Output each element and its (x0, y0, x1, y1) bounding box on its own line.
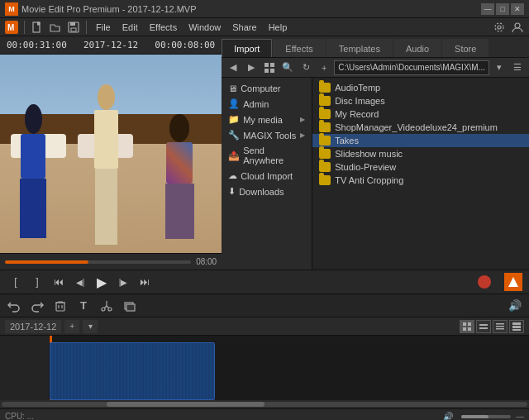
edit-toolbar: T 🔊 (0, 294, 529, 317)
tree-item-downloads[interactable]: ⬇ Downloads (222, 184, 312, 199)
record-button[interactable] (478, 275, 491, 289)
svg-rect-12 (270, 69, 274, 73)
menu-sep-2 (86, 21, 87, 34)
tools-icon: 🔧 (228, 130, 240, 141)
progress-fill (5, 260, 88, 264)
tab-import[interactable]: Import (222, 39, 272, 57)
btn-mark-in[interactable]: [ (7, 273, 25, 291)
btn-go-start[interactable]: ⏮ (50, 273, 68, 291)
path-dropdown[interactable]: ▾ (491, 60, 508, 75)
maximize-button[interactable]: □ (496, 3, 509, 15)
menu-file[interactable]: File (91, 19, 116, 36)
svg-rect-34 (512, 322, 521, 325)
file-item[interactable]: Studio-Preview (312, 160, 529, 174)
menu-effects[interactable]: Effects (145, 19, 182, 36)
title-bar-left: M Movie Edit Pro Premium - 2017-12-12.MV… (5, 2, 197, 16)
file-item[interactable]: AudioTemp (312, 81, 529, 94)
volume-slider[interactable] (461, 415, 511, 418)
menu-help[interactable]: Help (264, 19, 293, 36)
timeline-scrollbar[interactable] (0, 400, 529, 408)
svg-text:M: M (7, 23, 14, 32)
redo-button[interactable] (28, 297, 46, 315)
timecode-date: 2017-12-12 (83, 40, 138, 50)
media-icon: 📁 (228, 114, 240, 125)
view-compact-button[interactable] (509, 320, 524, 333)
save-icon[interactable] (65, 19, 82, 36)
view-list-button[interactable] (493, 320, 508, 333)
file-item[interactable]: ShopManager_Videodeluxe24_premium (312, 121, 529, 134)
svg-rect-35 (512, 326, 521, 328)
close-button[interactable]: ✕ (511, 3, 524, 15)
svg-rect-31 (496, 323, 504, 325)
send-icon: 📤 (228, 150, 240, 161)
btn-mark-out[interactable]: ] (28, 273, 46, 291)
minimize-button[interactable]: — (481, 3, 494, 15)
folder-icon (319, 149, 331, 159)
view-timeline-button[interactable] (476, 320, 491, 333)
cloud-icon: ☁ (228, 170, 237, 181)
menu-window[interactable]: Window (183, 19, 226, 36)
back-button[interactable]: ◀ (225, 60, 241, 75)
file-list: AudioTemp Disc Images My Record ShopMana… (312, 78, 529, 270)
account-icon[interactable] (509, 19, 526, 36)
file-item[interactable]: TV Anti Cropping (312, 174, 529, 187)
tab-store[interactable]: Store (442, 39, 488, 57)
search-button[interactable]: 🔍 (279, 60, 296, 75)
btn-prev-frame[interactable]: ◀| (71, 273, 89, 291)
tree-item-sendanywhere[interactable]: 📤 Send Anywhere (222, 143, 312, 168)
audio-button[interactable]: 🔊 (506, 297, 524, 315)
btn-play[interactable]: ▶ (93, 273, 111, 291)
file-item[interactable]: My Record (312, 107, 529, 121)
menu-button[interactable]: ☰ (509, 60, 526, 75)
tab-effects[interactable]: Effects (273, 39, 325, 57)
path-box[interactable]: C:\Users\Admin\Documents\MAGIX\M... (334, 60, 489, 75)
timecode-bar: 00:00:31:00 2017-12-12 00:00:08:00 (0, 36, 222, 55)
tree-item-mymedia[interactable]: 📁 My media (222, 112, 312, 127)
move-button[interactable] (121, 297, 139, 315)
tab-templates[interactable]: Templates (326, 39, 393, 57)
title-text: Movie Edit Pro Premium - 2017-12-12.MVP (21, 4, 197, 14)
cut-button[interactable] (98, 297, 116, 315)
progress-track[interactable] (5, 260, 191, 264)
svg-line-21 (107, 306, 109, 308)
btn-go-end[interactable]: ⏭ (136, 273, 154, 291)
tree-item-computer[interactable]: 🖥 Computer (222, 81, 312, 96)
timeline-area: 2017-12-12 + ▾ (0, 317, 529, 408)
file-item-selected[interactable]: Takes (312, 134, 529, 147)
track-clip[interactable] (50, 342, 215, 400)
track-content[interactable] (50, 336, 529, 400)
menu-edit[interactable]: Edit (117, 19, 143, 36)
open-icon[interactable] (47, 19, 64, 36)
track-clip-inner (50, 343, 214, 399)
file-item[interactable]: Slideshow music (312, 147, 529, 160)
timeline-dropdown-button[interactable]: ▾ (83, 320, 98, 333)
svg-rect-36 (512, 329, 521, 331)
add-folder-button[interactable]: + (316, 60, 332, 75)
new-icon[interactable] (29, 19, 45, 36)
tree-item-admin[interactable]: 👤 Admin (222, 96, 312, 112)
grid-view-button[interactable] (261, 60, 278, 75)
scrollbar-thumb (107, 402, 264, 407)
snap-button[interactable] (504, 273, 522, 291)
tree-item-magixtools[interactable]: 🔧 MAGIX Tools (222, 127, 312, 143)
forward-button[interactable]: ▶ (243, 60, 260, 75)
left-panel: 00:00:31:00 2017-12-12 00:00:08:00 (0, 36, 222, 270)
menu-sep-1 (24, 21, 25, 34)
settings-icon[interactable] (491, 19, 508, 36)
progress-bar-area[interactable]: 08:00 (0, 253, 222, 270)
tree-item-cloudimport[interactable]: ☁ Cloud Import (222, 168, 312, 184)
app-logo: M (5, 2, 18, 16)
delete-button[interactable] (51, 297, 69, 315)
undo-button[interactable] (5, 297, 23, 315)
btn-next-frame[interactable]: |▶ (114, 273, 132, 291)
tab-audio[interactable]: Audio (393, 39, 441, 57)
timeline-add-button[interactable]: + (64, 320, 79, 333)
menu-share[interactable]: Share (227, 19, 261, 36)
status-end: — (516, 412, 524, 420)
file-item[interactable]: Disc Images (312, 94, 529, 107)
view-storyboard-button[interactable] (460, 320, 474, 333)
refresh-button[interactable]: ↻ (298, 60, 314, 75)
text-button[interactable]: T (74, 297, 93, 315)
folder-icon (319, 175, 331, 185)
video-preview[interactable] (0, 55, 222, 253)
